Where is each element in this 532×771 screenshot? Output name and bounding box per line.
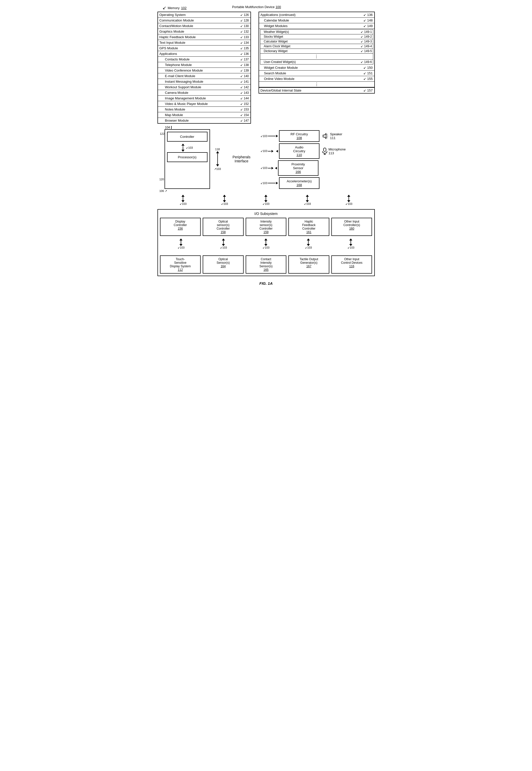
rf-box: RF Circuitry108 xyxy=(279,130,319,142)
processor-label: Processor(s) xyxy=(178,155,197,159)
rf-ref: 108 xyxy=(296,136,302,140)
memory-row-text: E-mail Client Module xyxy=(159,74,195,78)
controller-label: Controller xyxy=(180,135,194,139)
device-global-row: Device/Global Internal State↙ 157 xyxy=(259,87,374,93)
widget-item: Alarm Clock Widget↙ 149-4 xyxy=(260,44,373,49)
widget-modules-label: Widget Modules xyxy=(261,24,288,28)
io-arrows: ↙103 ↙103 ↙103 ↙103 ↙103 xyxy=(160,237,372,250)
proximity-ref: 166 xyxy=(295,170,301,174)
memory-row-text: Camera Module xyxy=(159,91,189,95)
widget-item: Calculator Widget↙ 149-3 xyxy=(260,39,373,44)
memory-row-item: Notes Module↙ 153 xyxy=(158,107,250,112)
io-sensor-ref: 164 xyxy=(221,264,226,268)
io-controllers-row: DisplayController156Opticalsensor(s)Cont… xyxy=(160,218,372,236)
io-sensor-box: OpticalSensor(s)164 xyxy=(203,255,244,273)
memory-row-ref: ↙ 154 xyxy=(240,113,249,117)
speaker-ref: 111 xyxy=(330,136,336,140)
io-arrow-5: ↙103 xyxy=(348,238,354,249)
memory-row-item: Contacts Module↙ 137 xyxy=(158,57,250,62)
device-global-ref: ↙ 157 xyxy=(363,88,373,92)
device-box: Applications (continued)↙ 136Calendar Mo… xyxy=(259,12,375,94)
memory-ref-text: 102 xyxy=(181,6,187,10)
top-labels: ↙ Memory 102 Portable Multifunction Devi… xyxy=(157,5,375,11)
memory-row-text: Browser Module xyxy=(159,119,189,122)
processor-box: Processor(s) xyxy=(167,152,207,162)
ref-104: 104 xyxy=(165,126,170,129)
memory-row-item: GPS Module↙ 135 xyxy=(158,45,250,51)
widget-item: Weather Widget(s)↙ 149-1 xyxy=(260,30,373,34)
memory-row-ref: ↙ 141 xyxy=(240,80,249,83)
microphone-icon xyxy=(322,148,328,155)
accel-box: Accelerometer(s)168 xyxy=(279,177,319,189)
audio-arrow-area: ↙103 xyxy=(261,149,278,153)
memory-row-ref: ↙ 133 xyxy=(240,35,249,39)
memory-row-ref: ↙ 143 xyxy=(240,91,249,95)
search-label: Search Module xyxy=(261,71,286,75)
io-section: I/O Subsystem DisplayController156Optica… xyxy=(157,209,375,276)
io-sensor-label: Touch-SensitiveDisplay System xyxy=(170,257,191,268)
right-devices: ↙103 RF Circuitry108 xyxy=(258,129,375,189)
peripherals-box: PeripheralsInterface xyxy=(225,129,258,189)
memory-row-ref: ↙ 128 xyxy=(240,19,249,22)
arrow-cell-1: ↙103 xyxy=(180,195,187,205)
ref-122: 122 xyxy=(160,132,165,135)
memory-row-item: E-mail Client Module↙ 140 xyxy=(158,73,250,79)
svg-marker-0 xyxy=(323,133,326,139)
audio-row: ↙103 AudioCircuitry110 xyxy=(261,143,375,159)
widget-item: Dictionary Widget↙ 149-5 xyxy=(260,49,373,54)
microphone-label: Microphone113 xyxy=(329,147,346,155)
widget-modules-row: Widget Modules↙ 149 xyxy=(259,23,374,29)
widget-text: Dictionary Widget xyxy=(261,49,288,53)
memory-row-text: Communication Module xyxy=(159,18,194,22)
widget-creator-label: Widget Creator Module xyxy=(261,66,298,70)
memory-row-item: Instant Messaging Module↙ 141 xyxy=(158,79,250,84)
io-ctrl-label: Opticalsensor(s)Controller xyxy=(217,220,230,230)
memory-row-item: Image Management Module↙ 144 xyxy=(158,96,250,101)
top-wrapper: Operating System↙ 126Communication Modul… xyxy=(157,12,375,124)
io-controller-box: Intensitysensor(s)Controller159 xyxy=(246,218,287,236)
memory-row-text: GPS Module xyxy=(159,46,178,50)
io-sensor-ref: 165 xyxy=(263,268,268,271)
widget-text: Weather Widget(s) xyxy=(261,30,289,34)
io-sensor-box: Other InputControl Devices116 xyxy=(331,255,372,273)
memory-row-text: Applications xyxy=(159,52,177,56)
widget-text: Calculator Widget xyxy=(261,40,288,43)
memory-row-ref: ↙ 135 xyxy=(240,47,249,50)
widget-ref: ↙ 149-6 xyxy=(361,60,372,64)
memory-label-text: Memory xyxy=(168,6,180,10)
io-sensor-label: OpticalSensor(s) xyxy=(217,257,230,264)
calendar-ref: ↙ 148 xyxy=(363,18,373,22)
device-ref-text: 100 xyxy=(275,5,281,9)
memory-row-text: Instant Messaging Module xyxy=(159,80,203,83)
memory-row-text: Graphics Module xyxy=(159,30,184,33)
online-video-label: Online Video Module xyxy=(261,77,294,81)
io-controller-box: Other InputController(s)160 xyxy=(331,218,372,236)
arrow-cell-5: ↙103 xyxy=(345,195,352,205)
widget-ref: ↙ 149-5 xyxy=(361,49,372,53)
memory-row-item: Camera Module↙ 143 xyxy=(158,90,250,96)
io-controller-box: DisplayController156 xyxy=(160,218,201,236)
memory-row-item: Telephone Module↙ 138 xyxy=(158,62,250,68)
memory-row-ref: ↙ 142 xyxy=(240,85,249,89)
svg-line-1 xyxy=(327,134,328,135)
online-video-row: Online Video Module↙ 155 xyxy=(259,76,374,82)
ref-120: 120 xyxy=(159,178,164,181)
device-title-label: Portable Multifunction Device 100 xyxy=(232,5,281,11)
device-dots: ⋮ xyxy=(259,82,374,87)
io-sensor-label: Tactile OutputGenerator(s) xyxy=(299,257,318,264)
io-ctrl-ref: 160 xyxy=(349,227,354,230)
io-ctrl-label: Other InputController(s) xyxy=(343,220,360,227)
io-arrow-2: ↙103 xyxy=(220,238,227,249)
memory-row-item: Operating System↙ 126 xyxy=(158,12,250,18)
rf-row: ↙103 RF Circuitry108 xyxy=(261,130,375,142)
io-ctrl-ref: 161 xyxy=(306,230,311,234)
accel-arrow-area: ↙103 xyxy=(261,181,278,185)
proximity-row: ↙103 ProximitySensor166 xyxy=(261,160,375,176)
memory-row-text: Video Conference Module xyxy=(159,68,203,72)
memory-row-ref: ↙ 137 xyxy=(240,58,249,61)
arrow-cell-4: ↙103 xyxy=(304,195,311,205)
memory-row-item: Map Module↙ 154 xyxy=(158,112,250,118)
memory-row-item: Contact/Motion Module↙ 130 xyxy=(158,23,250,29)
widget-subbox: Weather Widget(s)↙ 149-1Stocks Widget↙ 1… xyxy=(260,29,373,64)
proximity-arrow-area: ↙103 xyxy=(261,166,277,170)
